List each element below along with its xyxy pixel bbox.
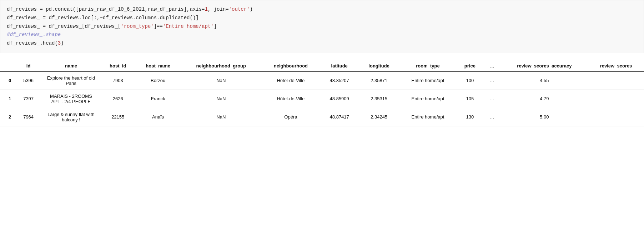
cell-2-id: 7964 <box>15 108 41 126</box>
cell-2-neighbourhood: Opéra <box>261 108 320 126</box>
cell-1-name: MARAIS - 2ROOMS APT - 2/4 PEOPLE <box>41 90 101 108</box>
cell-0-neighbourhood_group: NaN <box>181 71 261 90</box>
cell-2-host_name: Anaïs <box>135 108 181 126</box>
cell-2-room_type: Entire home/apt <box>399 108 457 126</box>
col-header-11: ... <box>483 60 500 72</box>
col-header-0 <box>0 60 15 72</box>
cell-2-name: Large & sunny flat with balcony ! <box>41 108 101 126</box>
table-row: 05396Explore the heart of old Paris7903B… <box>0 71 644 90</box>
cell-2-ellipsis: ... <box>483 108 500 126</box>
col-header-1: id <box>15 60 41 72</box>
col-header-2: name <box>41 60 101 72</box>
col-header-8: longitude <box>359 60 399 72</box>
cell-1-index: 1 <box>0 90 15 108</box>
cell-0-latitude: 48.85207 <box>320 71 359 90</box>
col-header-5: neighbourhood_group <box>181 60 261 72</box>
cell-0-room_type: Entire home/apt <box>399 71 457 90</box>
cell-1-neighbourhood: Hôtel-de-Ville <box>261 90 320 108</box>
col-header-12: review_scores_accuracy <box>500 60 588 72</box>
cell-0-longitude: 2.35871 <box>359 71 399 90</box>
cell-0-host_id: 7903 <box>101 71 135 90</box>
cell-1-price: 105 <box>456 90 483 108</box>
cell-1-room_type: Entire home/apt <box>399 90 457 108</box>
table-row: 17397MARAIS - 2ROOMS APT - 2/4 PEOPLE262… <box>0 90 644 108</box>
col-header-3: host_id <box>101 60 135 72</box>
code-block: df_reviews = pd.concat([paris_raw_df_10_… <box>0 0 644 53</box>
cell-2-host_id: 22155 <box>101 108 135 126</box>
cell-0-review_scores_accuracy: 4.55 <box>500 71 588 90</box>
cell-2-review_scores <box>588 108 644 126</box>
data-table: idnamehost_idhost_nameneighbourhood_grou… <box>0 60 644 126</box>
cell-0-ellipsis: ... <box>483 71 500 90</box>
cell-1-id: 7397 <box>15 90 41 108</box>
cell-0-name: Explore the heart of old Paris <box>41 71 101 90</box>
cell-1-neighbourhood_group: NaN <box>181 90 261 108</box>
cell-2-neighbourhood_group: NaN <box>181 108 261 126</box>
table-container: idnamehost_idhost_nameneighbourhood_grou… <box>0 53 644 126</box>
cell-0-index: 0 <box>0 71 15 90</box>
cell-0-neighbourhood: Hôtel-de-Ville <box>261 71 320 90</box>
cell-2-latitude: 48.87417 <box>320 108 359 126</box>
col-header-4: host_name <box>135 60 181 72</box>
col-header-10: price <box>456 60 483 72</box>
cell-2-review_scores_accuracy: 5.00 <box>500 108 588 126</box>
cell-1-review_scores <box>588 90 644 108</box>
cell-0-price: 100 <box>456 71 483 90</box>
cell-1-longitude: 2.35315 <box>359 90 399 108</box>
col-header-9: room_type <box>399 60 457 72</box>
table-row: 27964Large & sunny flat with balcony !22… <box>0 108 644 126</box>
cell-1-latitude: 48.85909 <box>320 90 359 108</box>
cell-0-review_scores <box>588 71 644 90</box>
table-header-row: idnamehost_idhost_nameneighbourhood_grou… <box>0 60 644 72</box>
col-header-7: latitude <box>320 60 359 72</box>
cell-1-review_scores_accuracy: 4.79 <box>500 90 588 108</box>
cell-2-price: 130 <box>456 108 483 126</box>
cell-2-index: 2 <box>0 108 15 126</box>
cell-1-ellipsis: ... <box>483 90 500 108</box>
col-header-13: review_scores <box>588 60 644 72</box>
cell-0-host_name: Borzou <box>135 71 181 90</box>
cell-0-id: 5396 <box>15 71 41 90</box>
cell-2-longitude: 2.34245 <box>359 108 399 126</box>
col-header-6: neighbourhood <box>261 60 320 72</box>
cell-1-host_name: Franck <box>135 90 181 108</box>
cell-1-host_id: 2626 <box>101 90 135 108</box>
